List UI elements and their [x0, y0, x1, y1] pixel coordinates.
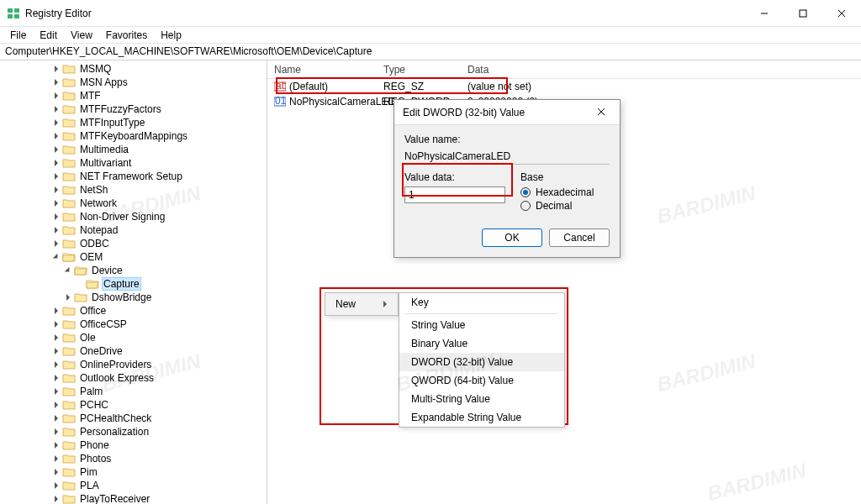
tree-item[interactable]: MTFInputType [3, 116, 267, 129]
chevron-right-icon[interactable] [50, 186, 62, 193]
tree-item[interactable]: PCHC [3, 398, 267, 412]
chevron-right-icon[interactable] [50, 348, 62, 354]
tree-item[interactable]: Palm [3, 385, 267, 398]
tree-item-label: Device [90, 265, 124, 276]
chevron-right-icon[interactable] [50, 200, 62, 207]
tree-item[interactable]: MSMQ [3, 62, 267, 76]
tree-item[interactable]: Personalization [3, 425, 267, 438]
chevron-right-icon[interactable] [50, 482, 62, 489]
tree-item-label: DshowBridge [90, 291, 153, 303]
tree-item[interactable]: Multivariant [3, 156, 267, 170]
chevron-right-icon[interactable] [50, 213, 62, 220]
chevron-right-icon[interactable] [50, 307, 62, 314]
chevron-right-icon[interactable] [50, 334, 62, 341]
chevron-right-icon[interactable] [50, 455, 62, 462]
value-data: (value not set) [461, 81, 861, 92]
ctx-item-multistring[interactable]: Multi-String Value [399, 390, 564, 408]
tree-item[interactable]: Pim [3, 465, 267, 479]
tree-item[interactable]: MTFKeyboardMappings [3, 129, 267, 143]
dialog-close-button[interactable] [591, 107, 611, 118]
menu-file[interactable]: File [3, 28, 33, 43]
minimize-button[interactable] [745, 0, 784, 26]
tree-item[interactable]: Outlook Express [3, 371, 267, 385]
chevron-right-icon[interactable] [50, 79, 62, 86]
tree-item[interactable]: Notepad [3, 223, 267, 237]
tree-item[interactable]: OEM [3, 250, 267, 264]
tree-item[interactable]: Non-Driver Signing [3, 210, 267, 223]
chevron-right-icon[interactable] [50, 146, 62, 153]
menu-favorites[interactable]: Favorites [99, 28, 154, 43]
ctx-item-binary[interactable]: Binary Value [399, 334, 564, 353]
col-name[interactable]: Name [267, 64, 377, 76]
tree-item[interactable]: Capture [3, 277, 267, 291]
ctx-item-dword[interactable]: DWORD (32-bit) Value [399, 353, 564, 371]
ok-button[interactable]: OK [482, 228, 542, 247]
tree-item[interactable]: Office [3, 304, 267, 318]
chevron-right-icon[interactable] [50, 173, 62, 180]
chevron-down-icon[interactable] [50, 254, 62, 260]
tree-item[interactable]: PCHealthCheck [3, 412, 267, 425]
chevron-right-icon[interactable] [50, 442, 62, 449]
chevron-right-icon[interactable] [50, 133, 62, 139]
ctx-item-key[interactable]: Key [399, 293, 564, 312]
tree-item[interactable]: MTFFuzzyFactors [3, 102, 267, 116]
ctx-item-expandable[interactable]: Expandable String Value [399, 408, 564, 427]
ctx-item-qword[interactable]: QWORD (64-bit) Value [399, 371, 564, 390]
chevron-right-icon [383, 298, 388, 310]
address-bar[interactable]: Computer\HKEY_LOCAL_MACHINE\SOFTWARE\Mic… [0, 44, 861, 60]
radio-dec[interactable]: Decimal [520, 200, 610, 212]
chevron-right-icon[interactable] [50, 469, 62, 475]
tree-item[interactable]: Photos [3, 452, 267, 465]
tree-item[interactable]: MSN Apps [3, 76, 267, 89]
tree-item[interactable]: PlayToReceiver [3, 492, 267, 504]
chevron-right-icon[interactable] [50, 321, 62, 328]
chevron-right-icon[interactable] [50, 415, 62, 422]
chevron-right-icon[interactable] [50, 361, 62, 368]
col-data[interactable]: Data [461, 64, 861, 76]
tree-item[interactable]: Phone [3, 438, 267, 452]
value-data-input[interactable] [404, 186, 505, 203]
col-type[interactable]: Type [377, 64, 461, 76]
menu-edit[interactable]: Edit [33, 28, 64, 43]
tree-item[interactable]: MTF [3, 89, 267, 102]
folder-icon [62, 332, 76, 344]
chevron-right-icon[interactable] [50, 496, 62, 502]
annotation-box: New Key String Value Binary Value DWORD … [320, 287, 568, 425]
menu-help[interactable]: Help [154, 28, 188, 43]
value-row[interactable]: ab(Default)REG_SZ(value not set) [267, 79, 861, 94]
tree-item[interactable]: ODBC [3, 237, 267, 250]
tree-pane[interactable]: MSMQMSN AppsMTFMTFFuzzyFactorsMTFInputTy… [0, 60, 267, 504]
tree-item[interactable]: NET Framework Setup [3, 170, 267, 183]
tree-item[interactable]: DshowBridge [3, 291, 267, 304]
chevron-right-icon[interactable] [50, 66, 62, 72]
tree-item[interactable]: OneDrive [3, 344, 267, 358]
chevron-right-icon[interactable] [50, 106, 62, 113]
chevron-right-icon[interactable] [50, 402, 62, 408]
tree-item[interactable]: NetSh [3, 183, 267, 197]
folder-icon [74, 265, 87, 276]
chevron-right-icon[interactable] [50, 388, 62, 395]
chevron-right-icon[interactable] [50, 375, 62, 381]
tree-item[interactable]: Device [3, 264, 267, 277]
ctx-new[interactable]: New [325, 293, 398, 315]
tree-item[interactable]: Network [3, 197, 267, 210]
tree-item[interactable]: PLA [3, 479, 267, 492]
maximize-button[interactable] [784, 0, 822, 26]
tree-item[interactable]: OfficeCSP [3, 318, 267, 331]
chevron-down-icon[interactable] [62, 267, 74, 274]
chevron-right-icon[interactable] [50, 119, 62, 126]
chevron-right-icon[interactable] [50, 92, 62, 99]
chevron-right-icon[interactable] [50, 240, 62, 247]
radio-hex[interactable]: Hexadecimal [520, 186, 610, 198]
close-button[interactable] [822, 0, 861, 26]
tree-item[interactable]: OnlineProviders [3, 358, 267, 371]
cancel-button[interactable]: Cancel [549, 228, 610, 247]
tree-item[interactable]: Multimedia [3, 143, 267, 156]
menu-view[interactable]: View [64, 28, 99, 43]
chevron-right-icon[interactable] [62, 294, 74, 301]
tree-item[interactable]: Ole [3, 331, 267, 344]
chevron-right-icon[interactable] [50, 160, 62, 166]
ctx-item-string[interactable]: String Value [399, 316, 564, 334]
chevron-right-icon[interactable] [50, 428, 62, 435]
chevron-right-icon[interactable] [50, 227, 62, 234]
